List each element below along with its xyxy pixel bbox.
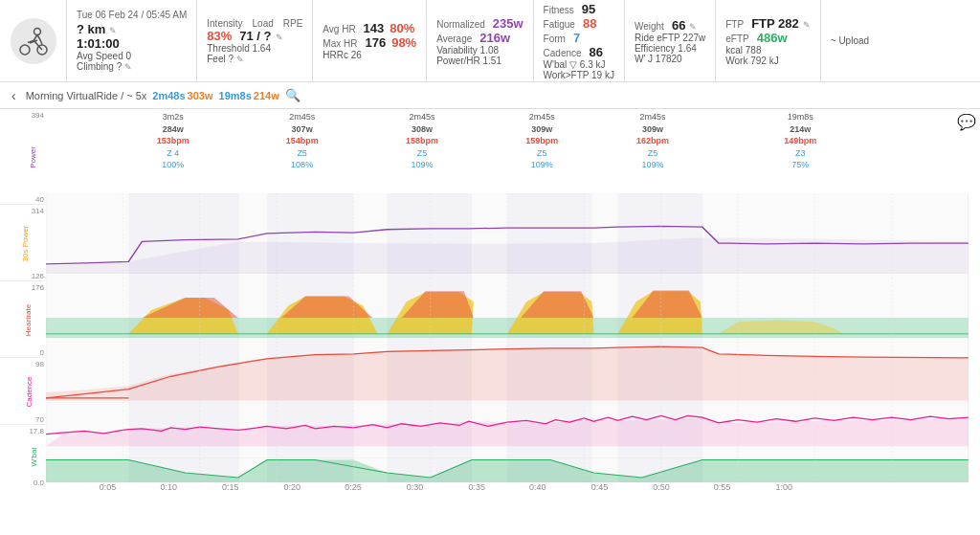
ftp-value: FTP 282 <box>751 16 799 31</box>
interval-labels-container: 3m2s 284w 153bpm Z 4 100% 2m45s 307w 154… <box>46 109 969 193</box>
average-value: 216w <box>479 31 510 45</box>
time-1:00: 1:00 <box>775 482 792 492</box>
work-kj-value: Work 792 kJ <box>725 56 811 66</box>
interval-1: 3m2s 284w 153bpm Z 4 100% <box>157 111 189 171</box>
weight-section: Weight 66 ✎ Ride eFTP 227w Efficiency 1.… <box>625 0 716 81</box>
hr-axis-label: Heartrate <box>24 304 33 336</box>
tag1-val: 2m48s <box>152 90 185 101</box>
wbal-value: W'bal ▽ 6.3 kJ <box>544 59 614 70</box>
cadence-value: 86 <box>590 45 603 59</box>
tag2: 19m8s 214w <box>219 90 279 101</box>
form-value: 7 <box>573 31 580 45</box>
power-section: Normalized 235w Average 216w Variability… <box>427 0 533 81</box>
load-edit-icon[interactable]: ✎ <box>276 33 283 42</box>
power30-min-label: 126 <box>32 272 44 280</box>
cadence-axis-label: Cadence <box>24 376 33 407</box>
load-label: Load <box>253 18 274 29</box>
tag1-power: 303w <box>188 90 213 101</box>
avg-hr-value: 143 <box>364 21 385 35</box>
upload-label[interactable]: ~ Upload <box>831 35 869 46</box>
intensity-label: Intensity <box>207 18 242 29</box>
wbal-max-label: 17.8 <box>29 427 44 435</box>
fatigue-label: Fatigue <box>544 19 575 30</box>
avatar-section <box>0 0 67 81</box>
hr-section: Avg HR 143 80% Max HR 176 98% HRRc 26 <box>313 0 427 81</box>
weight-label: Weight <box>635 21 664 32</box>
max-hr-pct: 98% <box>391 35 416 50</box>
form-label: Form <box>544 33 566 44</box>
power-min-label: 40 <box>35 195 44 204</box>
feel-edit-icon[interactable]: ✎ <box>236 55 244 64</box>
weight-value: 66 <box>672 18 685 33</box>
climbing-edit-icon[interactable]: ✎ <box>124 62 132 72</box>
wbal-axis-label: W'bal <box>31 448 39 467</box>
weight-edit-icon[interactable]: ✎ <box>689 22 697 32</box>
time-0:10: 0:10 <box>160 482 177 492</box>
tag2-val: 19m8s <box>219 90 252 101</box>
time-0:50: 0:50 <box>653 482 670 492</box>
power-hr-value: Power/HR 1.51 <box>436 56 523 66</box>
fitness-section: Fitness 95 Fatigue 88 Form 7 Cadence 86 … <box>534 0 625 81</box>
interval-6: 19m8s 214w 149bpm Z3 75% <box>784 111 816 171</box>
eftp-value: 486w <box>757 31 788 45</box>
avatar <box>11 18 56 64</box>
interval-5: 2m45s 309w 162bpm Z5 109% <box>636 111 669 171</box>
normalized-label: Normalized <box>436 19 485 30</box>
time-0:25: 0:25 <box>345 482 362 492</box>
interval-2: 2m45s 307w 154bpm Z5 108% <box>286 111 319 171</box>
chart-y-labels: 394 Power 40 314 30s Power 126 176 Heart… <box>0 109 46 511</box>
chart-area: 394 Power 40 314 30s Power 126 176 Heart… <box>0 109 980 511</box>
date-time-section: Tue 06 Feb 24 / 05:45 AM ? km ✎ 1:01:00 … <box>67 0 197 81</box>
time-0:15: 0:15 <box>222 482 239 492</box>
rpe-label: RPE <box>283 18 303 29</box>
power-axis-label: Power <box>29 146 37 168</box>
time-0:20: 0:20 <box>284 482 301 492</box>
power30-max-label: 314 <box>32 207 44 215</box>
breadcrumb: Morning VirtualRide / ~ 5x <box>26 90 147 101</box>
variability-value: Variability 1.08 <box>436 45 523 56</box>
time-0:40: 0:40 <box>529 482 546 492</box>
ftp-edit-icon[interactable]: ✎ <box>803 20 811 30</box>
feel-label: Feel ? ✎ <box>207 54 302 64</box>
wbal-min-label: 0.0 <box>33 479 44 487</box>
max-hr-value: 176 <box>365 35 386 50</box>
intensity-section: Intensity Load RPE 83% 71 / ? ✎ Threshol… <box>197 0 313 81</box>
time-0:55: 0:55 <box>714 482 731 492</box>
interval-4: 2m45s 309w 159bpm Z5 109% <box>525 111 558 171</box>
time-0:45: 0:45 <box>591 482 609 492</box>
upload-section[interactable]: ~ Upload <box>821 0 879 81</box>
back-button[interactable]: ‹ <box>8 88 20 103</box>
distance-edit-icon[interactable]: ✎ <box>109 26 117 35</box>
work-ftp-value: Work>FTP 19 kJ <box>544 70 614 80</box>
power-max-label: 394 <box>32 111 44 120</box>
time-0:35: 0:35 <box>468 482 485 492</box>
avg-speed: Avg Speed 0 <box>77 51 187 61</box>
load-value: 71 / ? <box>239 29 271 43</box>
header: Tue 06 Feb 24 / 05:45 AM ? km ✎ 1:01:00 … <box>0 0 980 82</box>
ftp-section: FTP FTP 282 ✎ eFTP 486w kcal 788 Work 79… <box>716 0 821 81</box>
distance-value: ? km <box>77 22 105 36</box>
search-icon[interactable]: 🔍 <box>285 88 301 102</box>
tag1: 2m48s 303w <box>152 90 212 101</box>
fitness-label: Fitness <box>544 5 574 15</box>
efficiency-value: Efficiency 1.64 <box>635 43 705 54</box>
hr-min-label: 0 <box>40 348 44 357</box>
fatigue-value: 88 <box>583 16 596 31</box>
chat-icon[interactable]: 💬 <box>957 113 976 131</box>
toolbar: ‹ Morning VirtualRide / ~ 5x 2m48s 303w … <box>0 82 980 109</box>
interval-3: 2m45s 308w 158bpm Z5 109% <box>406 111 438 171</box>
svg-point-0 <box>33 28 40 34</box>
fitness-value: 95 <box>582 2 595 16</box>
time-0:30: 0:30 <box>407 482 424 492</box>
hrrc-value: HRRc 26 <box>323 50 416 60</box>
cadence-label: Cadence <box>544 48 582 58</box>
climbing: Climbing ? ✎ <box>77 61 187 72</box>
tag2-power: 214w <box>254 90 279 101</box>
date-label: Tue 06 Feb 24 / 05:45 AM <box>77 10 187 20</box>
threshold-label: Threshold 1.64 <box>207 43 302 54</box>
intensity-value: 83% <box>207 29 232 43</box>
time-0:05: 0:05 <box>100 482 117 492</box>
duration-value: 1:01:00 <box>77 36 187 51</box>
eftp-label: eFTP <box>725 33 748 44</box>
cadence-min-label: 70 <box>35 415 44 424</box>
